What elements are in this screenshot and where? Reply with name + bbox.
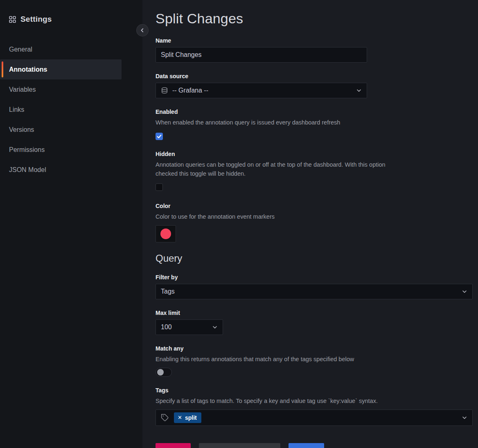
chevron-left-icon <box>140 27 145 33</box>
hidden-label: Hidden <box>156 151 473 157</box>
filter-by-select[interactable]: Tags <box>156 284 473 299</box>
name-input[interactable] <box>156 47 367 63</box>
tag-icon <box>161 414 169 422</box>
tag-pill-split[interactable]: ✕ split <box>174 412 201 423</box>
max-limit-label: Max limit <box>156 310 473 316</box>
collapse-sidebar-button[interactable] <box>136 24 149 36</box>
sidebar-item-label: Variables <box>9 86 36 93</box>
sidebar-item-annotations[interactable]: Annotations <box>0 59 122 79</box>
color-field-group: Color Color to use for the annotation ev… <box>156 203 473 242</box>
sidebar-item-general[interactable]: General <box>0 39 122 59</box>
settings-sidebar: Settings General Annotations Variables L… <box>0 0 142 448</box>
chevron-down-icon <box>462 415 467 421</box>
match-any-description: Enabling this returns annotations that m… <box>156 355 473 364</box>
hidden-description: Annotation queries can be toggled on or … <box>156 161 394 179</box>
max-limit-value: 100 <box>161 324 172 331</box>
filter-by-value: Tags <box>161 288 175 295</box>
enabled-field-group: Enabled When enabled the annotation quer… <box>156 109 473 140</box>
tag-label: split <box>185 414 197 421</box>
sidebar-item-label: Permissions <box>9 146 45 154</box>
form-actions: Delete Preview in dashboard Apply <box>156 443 473 448</box>
remove-tag-icon[interactable]: ✕ <box>178 414 182 421</box>
color-description: Color to use for the annotation event ma… <box>156 213 473 222</box>
match-any-label: Match any <box>156 345 473 352</box>
max-limit-select[interactable]: 100 <box>156 319 223 335</box>
preview-in-dashboard-button[interactable]: Preview in dashboard <box>199 443 280 448</box>
dashboard-settings-page: Settings General Annotations Variables L… <box>0 0 478 448</box>
chevron-down-icon <box>462 289 467 294</box>
hidden-checkbox[interactable] <box>156 183 163 191</box>
sidebar-item-label: JSON Model <box>9 166 46 174</box>
sidebar-item-label: General <box>9 46 32 53</box>
query-section-heading: Query <box>156 253 473 264</box>
sidebar-item-versions[interactable]: Versions <box>0 120 122 140</box>
chevron-down-icon <box>356 88 362 93</box>
tags-input[interactable]: ✕ split <box>156 410 473 426</box>
enabled-label: Enabled <box>156 109 473 115</box>
tags-description: Specify a list of tags to match. To spec… <box>156 397 473 406</box>
sidebar-item-permissions[interactable]: Permissions <box>0 140 122 160</box>
annotation-settings-form: Split Changes Name Data source -- Grafan… <box>142 0 478 448</box>
name-label: Name <box>156 37 473 44</box>
color-picker-button[interactable] <box>156 225 176 242</box>
data-source-label: Data source <box>156 73 473 79</box>
tags-field-group: Tags Specify a list of tags to match. To… <box>156 387 473 426</box>
sidebar-item-json-model[interactable]: JSON Model <box>0 160 122 180</box>
sidebar-item-label: Versions <box>9 126 34 133</box>
data-source-field-group: Data source -- Grafana -- <box>156 73 473 98</box>
hidden-field-group: Hidden Annotation queries can be toggled… <box>156 151 473 193</box>
max-limit-field-group: Max limit 100 <box>156 310 473 335</box>
enabled-checkbox[interactable] <box>156 133 163 140</box>
sidebar-item-label: Annotations <box>9 66 47 73</box>
database-icon <box>161 87 168 94</box>
settings-nav: General Annotations Variables Links Vers… <box>0 39 142 180</box>
settings-header: Settings <box>0 15 142 24</box>
annotation-color-dot <box>160 229 171 239</box>
tags-label: Tags <box>156 387 473 394</box>
data-source-value: -- Grafana -- <box>172 87 208 94</box>
match-any-field-group: Match any Enabling this returns annotati… <box>156 345 473 377</box>
toggle-knob <box>157 369 164 376</box>
page-title: Split Changes <box>156 11 473 27</box>
apply-button[interactable]: Apply <box>289 443 324 448</box>
chevron-down-icon <box>212 324 218 330</box>
name-field-group: Name <box>156 37 473 63</box>
filter-by-field-group: Filter by Tags <box>156 274 473 299</box>
sidebar-item-links[interactable]: Links <box>0 100 122 120</box>
match-any-toggle[interactable] <box>156 368 172 377</box>
filter-by-label: Filter by <box>156 274 473 281</box>
delete-button[interactable]: Delete <box>156 443 191 448</box>
active-accent-bar <box>2 61 3 77</box>
apps-grid-icon <box>9 16 16 23</box>
data-source-select[interactable]: -- Grafana -- <box>156 83 367 98</box>
sidebar-item-variables[interactable]: Variables <box>0 79 122 100</box>
settings-title: Settings <box>20 15 52 24</box>
color-label: Color <box>156 203 473 209</box>
sidebar-item-label: Links <box>9 106 24 113</box>
enabled-description: When enabled the annotation query is iss… <box>156 118 473 127</box>
